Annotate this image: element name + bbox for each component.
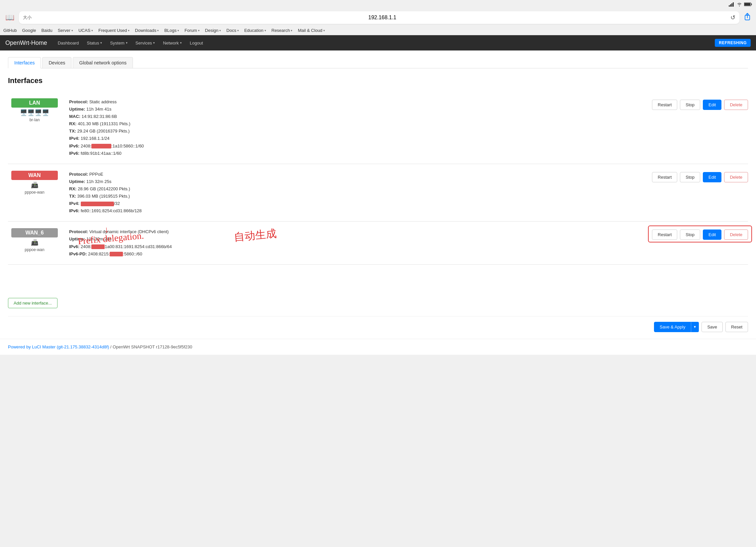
- wan6-details: Protocol: Virtual dynamic interface (DHC…: [69, 228, 644, 258]
- wan6-device-icon: 📠: [31, 239, 38, 246]
- bookmarks-bar: GitHub Google Baidu Server▾ UCAS▾ Freque…: [0, 27, 756, 35]
- status-bar: [0, 0, 756, 9]
- lan-badge: LAN: [11, 98, 58, 108]
- wan6-device-label: pppoe-wan: [25, 248, 44, 252]
- wan-stop-button[interactable]: Stop: [680, 172, 700, 182]
- bookmark-frequent[interactable]: Frequent Used▾: [98, 28, 130, 33]
- lan-restart-button[interactable]: Restart: [652, 100, 677, 110]
- wan-badge: WAN: [11, 171, 58, 180]
- lan-device-icon: 🖥️🖥️🖥️🖥️: [20, 109, 49, 116]
- save-button[interactable]: Save: [702, 322, 723, 332]
- tab-interfaces[interactable]: Interfaces: [8, 57, 41, 68]
- svg-rect-2: [731, 3, 732, 7]
- openwrt-navbar: OpenWrt-Home Dashboard Status▾ System▾ S…: [0, 35, 756, 51]
- reset-button[interactable]: Reset: [725, 322, 748, 332]
- nav-dashboard[interactable]: Dashboard: [54, 35, 83, 51]
- add-interface-wrap: Add new interface...: [8, 291, 748, 308]
- tab-devices[interactable]: Devices: [42, 57, 71, 68]
- address-bar-url: 192.168.1.1: [34, 15, 730, 21]
- nav-network[interactable]: Network▾: [159, 35, 186, 51]
- wan6-delete-button[interactable]: Delete: [724, 230, 748, 240]
- browser-chrome: 📖 大小 192.168.1.1 ↺: [0, 9, 756, 27]
- wan-device-label: pppoe-wan: [25, 190, 44, 195]
- svg-rect-5: [751, 3, 752, 5]
- bookmark-downloads[interactable]: Downloads▾: [135, 28, 159, 33]
- wan-badge-wrap: WAN 📠 pppoe-wan: [8, 171, 61, 195]
- wan6-restart-button[interactable]: Restart: [652, 230, 677, 240]
- wan-device-icon: 📠: [31, 181, 38, 189]
- wan-details: Protocol: PPPoE Uptime: 11h 32m 25s RX: …: [69, 171, 644, 215]
- interface-row-wan: WAN 📠 pppoe-wan Protocol: PPPoE Uptime: …: [8, 164, 748, 222]
- nav-services[interactable]: Services▾: [132, 35, 159, 51]
- bookmark-ucas[interactable]: UCAS▾: [78, 28, 93, 33]
- bookmark-blogs[interactable]: BLogs▾: [164, 28, 179, 33]
- bookmark-server[interactable]: Server▾: [58, 28, 73, 33]
- lan-badge-wrap: LAN 🖥️🖥️🖥️🖥️ br-lan: [8, 98, 61, 122]
- bookmark-google[interactable]: Google: [22, 28, 36, 33]
- save-apply-dropdown[interactable]: ▾: [691, 322, 699, 332]
- wan6-edit-button[interactable]: Edit: [703, 230, 721, 240]
- lan-actions: Restart Stop Edit Delete: [652, 100, 748, 110]
- lan-stop-button[interactable]: Stop: [680, 100, 700, 110]
- bookmark-research[interactable]: Research▾: [271, 28, 293, 33]
- wan-delete-button[interactable]: Delete: [724, 172, 748, 182]
- reload-button[interactable]: ↺: [730, 14, 735, 21]
- lan-edit-button[interactable]: Edit: [703, 100, 721, 110]
- bookmark-baidu[interactable]: Baidu: [41, 28, 52, 33]
- footer-suffix: / OpenWrt SNAPSHOT r17128-9ec5f5f230: [109, 344, 192, 349]
- browser-toolbar: 📖 大小 192.168.1.1 ↺: [4, 11, 752, 24]
- wan6-badge: WAN_6: [11, 228, 58, 238]
- share-button[interactable]: [743, 11, 752, 24]
- nav-logout[interactable]: Logout: [186, 35, 207, 51]
- wan-actions: Restart Stop Edit Delete: [652, 172, 748, 182]
- address-bar-size-label: 大小: [23, 15, 32, 21]
- save-apply-group: Save & Apply ▾: [654, 322, 699, 332]
- save-apply-button[interactable]: Save & Apply: [654, 322, 691, 332]
- bookmark-github[interactable]: GitHub: [3, 28, 17, 33]
- bookmarks-button[interactable]: 📖: [4, 12, 16, 23]
- content-wrap: LAN 🖥️🖥️🖥️🖥️ br-lan Protocol: Static add…: [8, 92, 748, 332]
- bookmark-education[interactable]: Education▾: [244, 28, 266, 33]
- main-content: Interfaces Devices Global network option…: [0, 51, 756, 339]
- lan-details: Protocol: Static address Uptime: 11h 34m…: [69, 98, 644, 157]
- luci-link[interactable]: Powered by LuCI Master (git-21.175.38832…: [8, 344, 109, 349]
- svg-rect-0: [729, 5, 730, 7]
- wan6-actions-wrap: Restart Stop Edit Delete: [652, 228, 748, 240]
- lan-delete-button[interactable]: Delete: [724, 100, 748, 110]
- wan6-actions: Restart Stop Edit Delete: [652, 230, 748, 240]
- add-interface-button[interactable]: Add new interface...: [8, 298, 57, 308]
- svg-rect-1: [730, 4, 731, 7]
- tab-bar: Interfaces Devices Global network option…: [8, 57, 748, 68]
- wifi-icon: [737, 2, 742, 7]
- wan6-badge-wrap: WAN_6 📠 pppoe-wan: [8, 228, 61, 252]
- nav-status[interactable]: Status▾: [83, 35, 106, 51]
- svg-rect-6: [744, 3, 750, 6]
- openwrt-logo: OpenWrt-Home: [5, 40, 47, 47]
- address-bar[interactable]: 大小 192.168.1.1 ↺: [19, 11, 739, 24]
- bookmark-mail[interactable]: Mail & Cloud▾: [298, 28, 325, 33]
- footer-actions: Save & Apply ▾ Save Reset: [8, 316, 748, 332]
- bookmark-docs[interactable]: Docs▾: [226, 28, 239, 33]
- section-title: Interfaces: [8, 76, 748, 85]
- tab-global-network[interactable]: Global network options: [73, 57, 133, 68]
- interface-row-lan: LAN 🖥️🖥️🖥️🖥️ br-lan Protocol: Static add…: [8, 92, 748, 164]
- interface-row-wan6: WAN_6 📠 pppoe-wan Protocol: Virtual dyna…: [8, 222, 748, 265]
- status-icons: [729, 2, 752, 8]
- refresh-button[interactable]: REFRESHING: [715, 39, 751, 47]
- bookmark-design[interactable]: Design▾: [205, 28, 221, 33]
- bookmark-forum[interactable]: Forum▾: [184, 28, 200, 33]
- signal-icon: [729, 2, 735, 8]
- nav-system[interactable]: System▾: [106, 35, 131, 51]
- svg-rect-3: [733, 2, 734, 7]
- lan-device-label: br-lan: [30, 118, 40, 122]
- page-footer: Powered by LuCI Master (git-21.175.38832…: [0, 339, 756, 355]
- battery-icon: [744, 2, 752, 7]
- wan-restart-button[interactable]: Restart: [652, 172, 677, 182]
- wan-edit-button[interactable]: Edit: [703, 172, 721, 182]
- wan6-stop-button[interactable]: Stop: [680, 230, 700, 240]
